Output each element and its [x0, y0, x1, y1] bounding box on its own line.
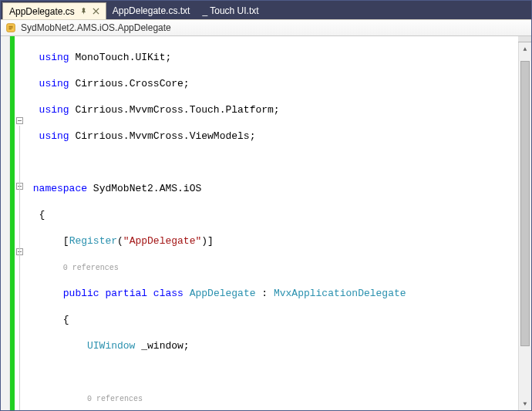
vertical-scrollbar[interactable]: ▲ ▼ [518, 36, 531, 410]
keyword: using [39, 52, 69, 63]
close-icon[interactable] [93, 8, 99, 15]
scroll-up-icon[interactable]: ▲ [519, 42, 531, 56]
keyword: partial [105, 288, 147, 299]
keyword: using [39, 78, 69, 89]
punct: )] [201, 235, 214, 247]
navigation-bar[interactable]: SydMobNet2.AMS.iOS.AppDelegate [1, 19, 531, 36]
tab-appdelegate-cs[interactable]: AppDelegate.cs [2, 2, 106, 19]
code-text: MonoTouch.UIKit; [69, 52, 172, 63]
selection-margin [1, 36, 10, 410]
pin-icon[interactable] [79, 7, 88, 15]
tab-touch-ui-txt[interactable]: _ Touch UI.txt [196, 2, 264, 19]
outline-guide [19, 126, 20, 410]
scroll-down-icon[interactable]: ▼ [519, 397, 531, 410]
breadcrumb-text: SydMobNet2.AMS.iOS.AppDelegate [21, 22, 171, 33]
punct: [ [63, 235, 69, 247]
punct: ( [117, 235, 123, 247]
scroll-thumb[interactable] [520, 61, 530, 346]
code-text: Cirrious.MvvmCross.ViewModels; [69, 130, 256, 142]
brace: { [63, 314, 69, 325]
type-name: AppDelegate [190, 288, 256, 299]
brace: { [39, 209, 45, 221]
tab-label: _ Touch UI.txt [202, 5, 258, 16]
tab-appdelegate-txt[interactable]: AppDelegate.cs.txt [106, 2, 197, 19]
code-text: Cirrious.MvvmCross.Touch.Platform; [69, 104, 280, 116]
tab-bar: AppDelegate.cs AppDelegate.cs.txt _ Touc… [1, 1, 531, 19]
keyword: class [153, 288, 184, 299]
code-text: _window; [135, 340, 189, 352]
type-name: UIWindow [87, 340, 135, 352]
keyword: namespace [33, 183, 87, 194]
tab-label: AppDelegate.cs [9, 6, 75, 17]
outline-toggle[interactable] [16, 117, 23, 124]
editor-window: AppDelegate.cs AppDelegate.cs.txt _ Touc… [0, 0, 532, 411]
keyword: using [39, 130, 69, 142]
punct: : [256, 288, 274, 299]
class-icon [5, 22, 16, 33]
code-text: SydMobNet2.AMS.iOS [87, 183, 201, 194]
type-name: MvxApplicationDelegate [274, 288, 406, 299]
code-surface[interactable]: using MonoTouch.UIKit; using Cirrious.Cr… [25, 36, 531, 410]
string-literal: "AppDelegate" [123, 235, 201, 247]
keyword: public [63, 288, 99, 299]
keyword: using [39, 104, 69, 116]
tab-label: AppDelegate.cs.txt [113, 5, 190, 16]
code-editor[interactable]: using MonoTouch.UIKit; using Cirrious.Cr… [1, 36, 531, 410]
code-text: Cirrious.CrossCore; [69, 78, 190, 89]
codelens-references[interactable]: 0 references [63, 264, 119, 272]
outlining-margin [15, 36, 25, 410]
split-handle[interactable] [518, 36, 531, 42]
codelens-references[interactable]: 0 references [87, 395, 143, 403]
type-name: Register [69, 235, 117, 247]
